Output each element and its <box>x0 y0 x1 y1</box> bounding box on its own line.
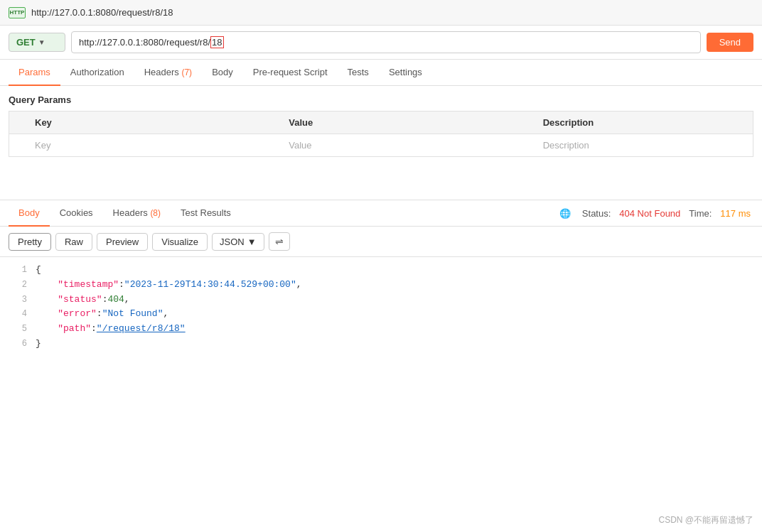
tab-settings[interactable]: Settings <box>379 60 432 86</box>
status-label: Status: <box>582 208 611 219</box>
code-val-3: 404 <box>107 293 124 308</box>
line-num-2: 2 <box>6 278 27 292</box>
tab-prerequest[interactable]: Pre-request Script <box>243 60 338 86</box>
code-line-5: 5 "path" : "/request/r8/18" <box>0 322 762 337</box>
code-key-4: "error" <box>58 307 97 322</box>
method-select[interactable]: GET ▼ <box>9 33 65 52</box>
request-bar: GET ▼ http://127.0.0.1:8080/request/r8/1… <box>0 26 762 60</box>
code-indent-3 <box>36 293 58 308</box>
line-num-3: 3 <box>6 293 27 307</box>
time-label: Time: <box>689 208 712 219</box>
body-toolbar: Pretty Raw Preview Visualize JSON ▼ ⇌ <box>0 227 762 257</box>
code-val-5[interactable]: "/request/r8/18" <box>97 322 186 337</box>
format-select[interactable]: JSON ▼ <box>212 233 264 251</box>
response-tab-cookies[interactable]: Cookies <box>50 200 103 227</box>
code-line-1: 1 { <box>0 263 762 278</box>
globe-icon: 🌐 <box>559 208 571 219</box>
code-area: 1 { 2 "timestamp" : "2023-11-29T14:30:44… <box>0 257 762 357</box>
value-col-header: Value <box>280 112 535 134</box>
code-val-4: "Not Found" <box>102 307 163 322</box>
format-chevron-icon: ▼ <box>247 237 257 247</box>
visualize-button[interactable]: Visualize <box>152 233 208 251</box>
code-indent-4 <box>36 307 58 322</box>
code-line-3: 3 "status" : 404 , <box>0 293 762 308</box>
url-highlighted-part: 18 <box>210 36 223 48</box>
code-key-5: "path" <box>58 322 91 337</box>
tab-authorization[interactable]: Authorization <box>60 60 134 86</box>
table-row: Key Value Description <box>9 134 753 157</box>
status-code: 404 Not Found <box>619 208 680 219</box>
pretty-button[interactable]: Pretty <box>9 233 51 251</box>
code-text-1: { <box>36 263 41 278</box>
title-bar: HTTP http://127.0.0.1:8080/request/r8/18 <box>0 0 762 26</box>
http-icon: HTTP <box>9 7 26 18</box>
desc-cell[interactable]: Description <box>535 134 753 157</box>
headers-badge: (7) <box>181 67 192 77</box>
chevron-down-icon: ▼ <box>38 38 45 46</box>
tab-headers[interactable]: Headers (7) <box>134 60 202 86</box>
response-status-bar: 🌐 Status: 404 Not Found Time: 117 ms <box>559 208 753 219</box>
response-tab-body[interactable]: Body <box>9 200 50 227</box>
code-line-4: 4 "error" : "Not Found" , <box>0 307 762 322</box>
query-params-title: Query Params <box>9 94 753 105</box>
desc-col-header: Description <box>535 112 753 134</box>
code-indent-2 <box>36 278 58 293</box>
params-table: Key Value Description Key Value Descript… <box>9 111 753 157</box>
format-label: JSON <box>220 237 245 247</box>
line-num-4: 4 <box>6 308 27 321</box>
response-tabs: Body Cookies Headers (8) Test Results <box>9 200 241 226</box>
response-tabs-bar: Body Cookies Headers (8) Test Results 🌐 … <box>0 200 762 227</box>
code-val-2: "2023-11-29T14:30:44.529+00:00" <box>124 278 296 293</box>
row-checkbox-cell <box>9 134 27 157</box>
value-cell[interactable]: Value <box>280 134 535 157</box>
time-value: 117 ms <box>720 208 751 219</box>
code-key-3: "status" <box>58 293 102 308</box>
line-num-6: 6 <box>6 337 27 351</box>
query-params-section: Query Params Key Value Description Key V… <box>0 86 762 157</box>
code-text-6: } <box>36 337 41 352</box>
url-field[interactable]: http://127.0.0.1:8080/request/r8/18 <box>71 31 701 53</box>
wrap-button[interactable]: ⇌ <box>269 232 290 251</box>
key-cell[interactable]: Key <box>26 134 280 157</box>
line-num-5: 5 <box>6 322 27 336</box>
tab-body[interactable]: Body <box>202 60 243 86</box>
response-tab-headers[interactable]: Headers (8) <box>103 200 171 227</box>
url-base: http://127.0.0.1:8080/request/r8/ <box>79 37 210 48</box>
checkbox-col-header <box>9 112 27 134</box>
preview-button[interactable]: Preview <box>97 233 148 251</box>
code-line-6: 6 } <box>0 337 762 352</box>
raw-button[interactable]: Raw <box>55 233 92 251</box>
send-button[interactable]: Send <box>707 33 753 52</box>
line-num-1: 1 <box>6 264 27 277</box>
wrap-icon: ⇌ <box>275 236 284 247</box>
method-label: GET <box>16 37 36 48</box>
code-indent-5 <box>36 322 58 337</box>
tab-params[interactable]: Params <box>9 60 60 86</box>
title-url: http://127.0.0.1:8080/request/r8/18 <box>31 7 173 18</box>
response-headers-badge: (8) <box>150 208 161 218</box>
code-key-2: "timestamp" <box>58 278 119 293</box>
key-col-header: Key <box>26 112 280 134</box>
request-tabs-bar: Params Authorization Headers (7) Body Pr… <box>0 60 762 86</box>
code-line-2: 2 "timestamp" : "2023-11-29T14:30:44.529… <box>0 278 762 293</box>
response-tab-test-results[interactable]: Test Results <box>171 200 241 227</box>
tab-tests[interactable]: Tests <box>338 60 379 86</box>
